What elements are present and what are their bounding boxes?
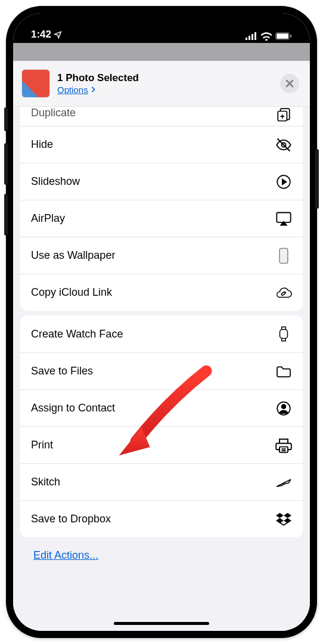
action-label: Create Watch Face (31, 328, 123, 340)
watch-icon (275, 326, 292, 342)
mute-switch (4, 107, 8, 131)
share-sheet: 1 Photo Selected Options Duplicate (13, 61, 310, 631)
chevron-right-icon (91, 86, 95, 92)
phone-frame: 1:42 1 Photo Selected Options (6, 6, 317, 638)
action-label: Duplicate (31, 107, 76, 119)
share-sheet-header: 1 Photo Selected Options (13, 61, 310, 107)
header-title: 1 Photo Selected (57, 72, 280, 84)
action-label: Use as Wallpaper (31, 249, 115, 262)
edit-actions-button[interactable]: Edit Actions... (20, 537, 303, 574)
photo-thumbnail[interactable] (21, 69, 50, 98)
status-time: 1:42 (31, 29, 51, 41)
action-hide[interactable]: Hide (20, 126, 303, 163)
airplay-icon (275, 210, 292, 227)
dropbox-icon (275, 511, 292, 528)
battery-icon (275, 32, 292, 41)
close-button[interactable] (280, 74, 299, 93)
action-label: Save to Dropbox (31, 513, 111, 525)
svg-rect-14 (280, 329, 288, 338)
options-label: Options (57, 85, 88, 95)
action-label: Slideshow (31, 175, 80, 188)
person-circle-icon (275, 400, 292, 417)
action-create-watch-face[interactable]: Create Watch Face (20, 315, 303, 352)
duplicate-icon (275, 107, 292, 123)
svg-rect-2 (251, 34, 253, 40)
action-label: Hide (31, 138, 53, 151)
location-arrow-icon (54, 30, 62, 39)
close-icon (285, 79, 294, 88)
folder-icon (275, 363, 292, 380)
printer-icon (275, 437, 292, 454)
cloud-link-icon (275, 284, 292, 301)
action-duplicate[interactable]: Duplicate (20, 107, 303, 126)
svg-point-16 (282, 404, 286, 408)
action-skitch[interactable]: Skitch (20, 463, 303, 500)
action-label: Print (31, 439, 53, 451)
options-button[interactable]: Options (57, 85, 95, 95)
feather-icon (275, 474, 292, 491)
svg-rect-6 (290, 35, 291, 38)
svg-rect-3 (254, 32, 256, 40)
play-circle-icon (275, 174, 292, 190)
power-button (315, 149, 319, 209)
eye-slash-icon (275, 137, 292, 153)
action-label: Assign to Contact (31, 402, 115, 414)
action-slideshow[interactable]: Slideshow (20, 163, 303, 200)
action-assign-to-contact[interactable]: Assign to Contact (20, 389, 303, 426)
action-save-to-dropbox[interactable]: Save to Dropbox (20, 500, 303, 537)
svg-rect-12 (279, 248, 288, 263)
action-label: AirPlay (31, 212, 65, 225)
svg-rect-17 (279, 447, 288, 452)
svg-rect-5 (277, 33, 288, 39)
action-wallpaper[interactable]: Use as Wallpaper (20, 237, 303, 274)
volume-up-button (4, 143, 8, 185)
action-label: Skitch (31, 476, 60, 488)
screen: 1:42 1 Photo Selected Options (13, 13, 310, 631)
phone-notch (96, 6, 227, 24)
home-indicator[interactable] (114, 622, 209, 625)
background-visible-gap (13, 43, 310, 61)
svg-point-13 (281, 291, 285, 295)
action-section-2: Create Watch Face Save to Files Assign t… (20, 315, 303, 537)
phone-rect-icon (275, 247, 292, 264)
edit-actions-label: Edit Actions... (33, 549, 98, 561)
wifi-icon (261, 32, 272, 41)
cellular-signal-icon (246, 32, 257, 41)
action-print[interactable]: Print (20, 426, 303, 463)
svg-rect-0 (246, 38, 247, 40)
action-label: Copy iCloud Link (31, 286, 112, 299)
volume-down-button (4, 194, 8, 236)
action-save-to-files[interactable]: Save to Files (20, 352, 303, 389)
action-copy-icloud-link[interactable]: Copy iCloud Link (20, 274, 303, 311)
action-label: Save to Files (31, 365, 93, 377)
action-section-1: Duplicate Hide Slideshow (20, 107, 303, 311)
action-airplay[interactable]: AirPlay (20, 200, 303, 237)
svg-rect-1 (249, 36, 250, 40)
